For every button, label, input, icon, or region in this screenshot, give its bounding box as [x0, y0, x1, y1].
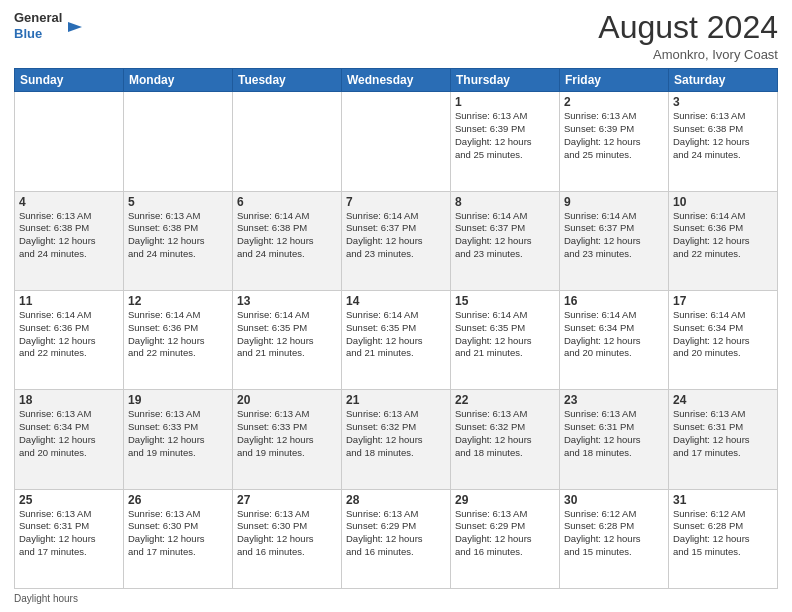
page: General Blue August 2024 Amonkro, Ivory …	[0, 0, 792, 612]
calendar-cell: 27Sunrise: 6:13 AM Sunset: 6:30 PM Dayli…	[233, 489, 342, 588]
day-info: Sunrise: 6:13 AM Sunset: 6:30 PM Dayligh…	[237, 508, 337, 559]
calendar-week-row: 1Sunrise: 6:13 AM Sunset: 6:39 PM Daylig…	[15, 92, 778, 191]
day-number: 17	[673, 294, 773, 308]
col-header-thursday: Thursday	[451, 69, 560, 92]
day-number: 3	[673, 95, 773, 109]
day-info: Sunrise: 6:13 AM Sunset: 6:31 PM Dayligh…	[673, 408, 773, 459]
day-info: Sunrise: 6:13 AM Sunset: 6:32 PM Dayligh…	[455, 408, 555, 459]
calendar-cell: 8Sunrise: 6:14 AM Sunset: 6:37 PM Daylig…	[451, 191, 560, 290]
calendar-cell: 19Sunrise: 6:13 AM Sunset: 6:33 PM Dayli…	[124, 390, 233, 489]
logo-blue: Blue	[14, 26, 42, 41]
day-info: Sunrise: 6:13 AM Sunset: 6:39 PM Dayligh…	[455, 110, 555, 161]
day-info: Sunrise: 6:14 AM Sunset: 6:36 PM Dayligh…	[19, 309, 119, 360]
calendar-cell: 16Sunrise: 6:14 AM Sunset: 6:34 PM Dayli…	[560, 290, 669, 389]
calendar-cell: 2Sunrise: 6:13 AM Sunset: 6:39 PM Daylig…	[560, 92, 669, 191]
day-number: 13	[237, 294, 337, 308]
day-info: Sunrise: 6:13 AM Sunset: 6:29 PM Dayligh…	[455, 508, 555, 559]
day-number: 27	[237, 493, 337, 507]
month-year: August 2024	[598, 10, 778, 45]
day-number: 30	[564, 493, 664, 507]
day-info: Sunrise: 6:13 AM Sunset: 6:31 PM Dayligh…	[19, 508, 119, 559]
calendar-cell: 12Sunrise: 6:14 AM Sunset: 6:36 PM Dayli…	[124, 290, 233, 389]
calendar-cell: 17Sunrise: 6:14 AM Sunset: 6:34 PM Dayli…	[669, 290, 778, 389]
day-info: Sunrise: 6:14 AM Sunset: 6:37 PM Dayligh…	[455, 210, 555, 261]
day-info: Sunrise: 6:13 AM Sunset: 6:38 PM Dayligh…	[19, 210, 119, 261]
day-info: Sunrise: 6:14 AM Sunset: 6:35 PM Dayligh…	[346, 309, 446, 360]
day-number: 23	[564, 393, 664, 407]
calendar-cell: 11Sunrise: 6:14 AM Sunset: 6:36 PM Dayli…	[15, 290, 124, 389]
day-info: Sunrise: 6:12 AM Sunset: 6:28 PM Dayligh…	[673, 508, 773, 559]
calendar-cell: 14Sunrise: 6:14 AM Sunset: 6:35 PM Dayli…	[342, 290, 451, 389]
calendar-cell: 18Sunrise: 6:13 AM Sunset: 6:34 PM Dayli…	[15, 390, 124, 489]
location: Amonkro, Ivory Coast	[598, 47, 778, 62]
calendar-week-row: 25Sunrise: 6:13 AM Sunset: 6:31 PM Dayli…	[15, 489, 778, 588]
logo-general: General	[14, 10, 62, 25]
calendar-cell: 15Sunrise: 6:14 AM Sunset: 6:35 PM Dayli…	[451, 290, 560, 389]
calendar-cell	[233, 92, 342, 191]
calendar-cell: 10Sunrise: 6:14 AM Sunset: 6:36 PM Dayli…	[669, 191, 778, 290]
day-number: 18	[19, 393, 119, 407]
day-number: 20	[237, 393, 337, 407]
col-header-wednesday: Wednesday	[342, 69, 451, 92]
day-number: 26	[128, 493, 228, 507]
calendar-cell: 25Sunrise: 6:13 AM Sunset: 6:31 PM Dayli…	[15, 489, 124, 588]
day-number: 21	[346, 393, 446, 407]
calendar-cell: 21Sunrise: 6:13 AM Sunset: 6:32 PM Dayli…	[342, 390, 451, 489]
calendar-cell: 26Sunrise: 6:13 AM Sunset: 6:30 PM Dayli…	[124, 489, 233, 588]
header: General Blue August 2024 Amonkro, Ivory …	[14, 10, 778, 62]
calendar-cell: 22Sunrise: 6:13 AM Sunset: 6:32 PM Dayli…	[451, 390, 560, 489]
calendar-cell: 24Sunrise: 6:13 AM Sunset: 6:31 PM Dayli…	[669, 390, 778, 489]
footer-label: Daylight hours	[14, 593, 78, 604]
calendar-cell: 6Sunrise: 6:14 AM Sunset: 6:38 PM Daylig…	[233, 191, 342, 290]
day-info: Sunrise: 6:13 AM Sunset: 6:31 PM Dayligh…	[564, 408, 664, 459]
day-info: Sunrise: 6:13 AM Sunset: 6:38 PM Dayligh…	[673, 110, 773, 161]
col-header-sunday: Sunday	[15, 69, 124, 92]
day-info: Sunrise: 6:13 AM Sunset: 6:38 PM Dayligh…	[128, 210, 228, 261]
day-number: 29	[455, 493, 555, 507]
day-number: 15	[455, 294, 555, 308]
day-number: 5	[128, 195, 228, 209]
col-header-saturday: Saturday	[669, 69, 778, 92]
day-info: Sunrise: 6:12 AM Sunset: 6:28 PM Dayligh…	[564, 508, 664, 559]
calendar-cell: 29Sunrise: 6:13 AM Sunset: 6:29 PM Dayli…	[451, 489, 560, 588]
day-info: Sunrise: 6:13 AM Sunset: 6:29 PM Dayligh…	[346, 508, 446, 559]
calendar-cell: 20Sunrise: 6:13 AM Sunset: 6:33 PM Dayli…	[233, 390, 342, 489]
day-number: 8	[455, 195, 555, 209]
day-info: Sunrise: 6:13 AM Sunset: 6:34 PM Dayligh…	[19, 408, 119, 459]
day-info: Sunrise: 6:14 AM Sunset: 6:36 PM Dayligh…	[128, 309, 228, 360]
day-number: 7	[346, 195, 446, 209]
calendar-cell: 5Sunrise: 6:13 AM Sunset: 6:38 PM Daylig…	[124, 191, 233, 290]
calendar-cell: 1Sunrise: 6:13 AM Sunset: 6:39 PM Daylig…	[451, 92, 560, 191]
day-number: 25	[19, 493, 119, 507]
day-info: Sunrise: 6:14 AM Sunset: 6:37 PM Dayligh…	[564, 210, 664, 261]
day-number: 9	[564, 195, 664, 209]
calendar-cell: 4Sunrise: 6:13 AM Sunset: 6:38 PM Daylig…	[15, 191, 124, 290]
col-header-friday: Friday	[560, 69, 669, 92]
calendar-cell: 23Sunrise: 6:13 AM Sunset: 6:31 PM Dayli…	[560, 390, 669, 489]
day-number: 22	[455, 393, 555, 407]
day-info: Sunrise: 6:14 AM Sunset: 6:35 PM Dayligh…	[455, 309, 555, 360]
col-header-monday: Monday	[124, 69, 233, 92]
day-number: 24	[673, 393, 773, 407]
day-number: 28	[346, 493, 446, 507]
day-info: Sunrise: 6:13 AM Sunset: 6:39 PM Dayligh…	[564, 110, 664, 161]
calendar-cell: 30Sunrise: 6:12 AM Sunset: 6:28 PM Dayli…	[560, 489, 669, 588]
day-info: Sunrise: 6:14 AM Sunset: 6:34 PM Dayligh…	[564, 309, 664, 360]
day-info: Sunrise: 6:13 AM Sunset: 6:33 PM Dayligh…	[237, 408, 337, 459]
calendar-cell: 28Sunrise: 6:13 AM Sunset: 6:29 PM Dayli…	[342, 489, 451, 588]
calendar-week-row: 4Sunrise: 6:13 AM Sunset: 6:38 PM Daylig…	[15, 191, 778, 290]
day-number: 14	[346, 294, 446, 308]
day-number: 1	[455, 95, 555, 109]
day-info: Sunrise: 6:14 AM Sunset: 6:34 PM Dayligh…	[673, 309, 773, 360]
svg-marker-0	[68, 22, 82, 32]
title-block: August 2024 Amonkro, Ivory Coast	[598, 10, 778, 62]
calendar-week-row: 18Sunrise: 6:13 AM Sunset: 6:34 PM Dayli…	[15, 390, 778, 489]
day-info: Sunrise: 6:14 AM Sunset: 6:35 PM Dayligh…	[237, 309, 337, 360]
calendar-cell	[15, 92, 124, 191]
day-info: Sunrise: 6:14 AM Sunset: 6:38 PM Dayligh…	[237, 210, 337, 261]
day-number: 16	[564, 294, 664, 308]
day-number: 6	[237, 195, 337, 209]
calendar-week-row: 11Sunrise: 6:14 AM Sunset: 6:36 PM Dayli…	[15, 290, 778, 389]
calendar-table: SundayMondayTuesdayWednesdayThursdayFrid…	[14, 68, 778, 589]
day-info: Sunrise: 6:14 AM Sunset: 6:37 PM Dayligh…	[346, 210, 446, 261]
